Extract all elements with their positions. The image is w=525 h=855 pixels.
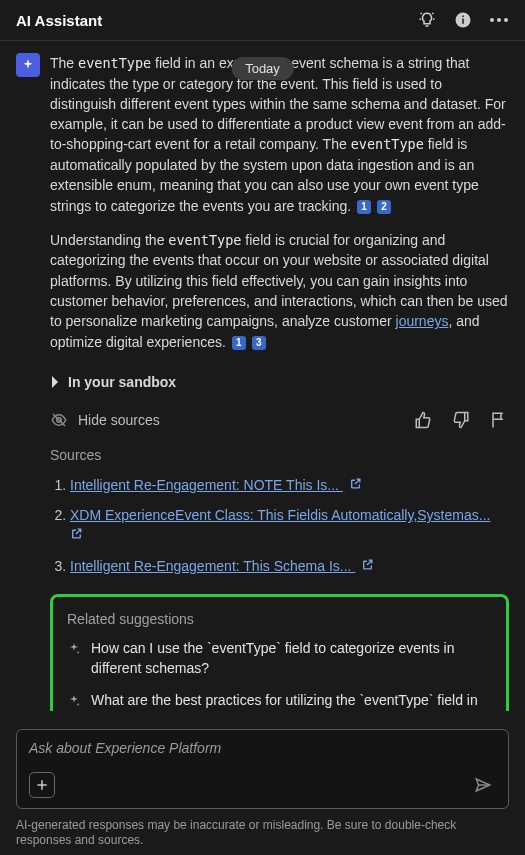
external-link-icon	[349, 477, 362, 490]
thumbs-down-icon[interactable]	[451, 410, 471, 430]
input-footer	[29, 772, 496, 798]
send-button[interactable]	[470, 772, 496, 798]
hide-sources-label: Hide sources	[78, 410, 160, 430]
sparkle-icon	[67, 694, 81, 708]
source-link[interactable]: Intelligent Re-Engagement: NOTE This Is.…	[70, 477, 343, 493]
more-icon[interactable]	[489, 10, 509, 30]
thumbs-up-icon[interactable]	[413, 410, 433, 430]
suggestions-heading: Related suggestions	[67, 609, 492, 629]
lightbulb-icon[interactable]	[417, 10, 437, 30]
source-link[interactable]: Intelligent Re-Engagement: This Schema I…	[70, 558, 355, 574]
message-paragraph-2: Understanding the eventType field is cru…	[50, 230, 509, 352]
citation-badge[interactable]: 3	[252, 336, 266, 350]
header: AI Assistant	[0, 0, 525, 41]
code-eventtype: eventType	[78, 55, 151, 71]
disclaimer-text: AI-generated responses may be inaccurate…	[16, 818, 509, 849]
svg-rect-7	[462, 16, 464, 18]
citation-badge[interactable]: 2	[377, 200, 391, 214]
flag-icon[interactable]	[489, 410, 509, 430]
add-attachment-button[interactable]	[29, 772, 55, 798]
sandbox-toggle[interactable]: In your sandbox	[50, 366, 509, 406]
suggestion-text: What are the best practices for utilizin…	[91, 691, 492, 711]
source-item: XDM ExperienceEvent Class: This Fieldis …	[70, 505, 509, 546]
sources-heading: Sources	[50, 445, 509, 465]
hide-sources-button[interactable]: Hide sources	[50, 410, 160, 430]
input-area: Ask about Experience Platform	[16, 729, 509, 809]
sources-list: Intelligent Re-Engagement: NOTE This Is.…	[50, 475, 509, 576]
external-link-icon	[361, 558, 374, 571]
assistant-avatar-icon	[16, 53, 40, 77]
suggestion-text: How can I use the `eventType` field to c…	[91, 639, 492, 678]
info-icon[interactable]	[453, 10, 473, 30]
send-icon	[474, 776, 492, 794]
suggestion-item[interactable]: What are the best practices for utilizin…	[67, 691, 492, 711]
input-placeholder: Ask about Experience Platform	[29, 740, 496, 756]
app-title: AI Assistant	[16, 12, 102, 29]
date-badge: Today	[231, 57, 294, 80]
svg-line-2	[432, 13, 433, 14]
svg-line-1	[421, 13, 422, 14]
svg-rect-6	[462, 19, 464, 24]
header-actions	[417, 10, 509, 30]
code-eventtype: eventType	[351, 136, 424, 152]
external-link-icon	[70, 527, 83, 540]
source-item: Intelligent Re-Engagement: NOTE This Is.…	[70, 475, 509, 495]
content-area: Today The eventType field in an experien…	[0, 41, 525, 711]
source-item: Intelligent Re-Engagement: This Schema I…	[70, 556, 509, 576]
suggestion-item[interactable]: How can I use the `eventType` field to c…	[67, 639, 492, 678]
chat-input[interactable]: Ask about Experience Platform	[16, 729, 509, 809]
source-link[interactable]: XDM ExperienceEvent Class: This Fieldis …	[70, 507, 490, 523]
sources-toolbar: Hide sources	[50, 406, 509, 444]
sandbox-label: In your sandbox	[68, 372, 176, 392]
plus-icon	[35, 778, 49, 792]
citation-badge[interactable]: 1	[357, 200, 371, 214]
journeys-link[interactable]: journeys	[396, 313, 449, 329]
eye-off-icon	[50, 411, 68, 429]
assistant-message: The eventType field in an experience eve…	[16, 53, 509, 711]
related-suggestions-box: Related suggestions How can I use the `e…	[50, 594, 509, 711]
sparkle-icon	[67, 642, 81, 656]
feedback-icons	[413, 410, 509, 430]
code-eventtype: eventType	[168, 232, 241, 248]
citation-badge[interactable]: 1	[232, 336, 246, 350]
chevron-right-icon	[50, 375, 60, 389]
message-body: The eventType field in an experience eve…	[50, 53, 509, 711]
